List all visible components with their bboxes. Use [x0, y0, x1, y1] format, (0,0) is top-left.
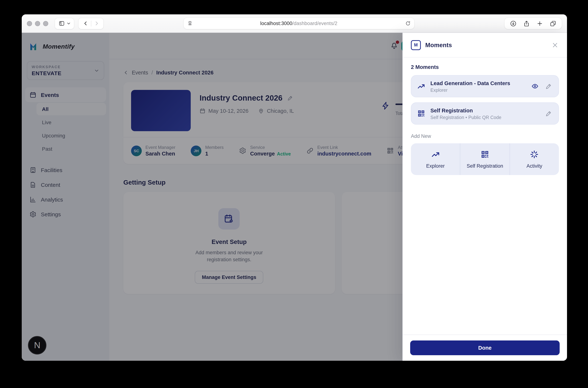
moments-logo-icon: M	[411, 40, 421, 50]
moments-panel-title: Moments	[425, 42, 452, 48]
modal-dim-overlay[interactable]	[22, 33, 403, 361]
divider	[91, 21, 91, 26]
moments-count-heading: 2 Moments	[411, 64, 559, 70]
forward-button[interactable]	[94, 21, 99, 26]
browser-toolbar: localhost:3000/dashboard/events/2	[22, 14, 567, 33]
reload-icon[interactable]	[405, 21, 410, 26]
moments-panel: M Moments 2 Moments Lead Generation - Da…	[403, 33, 567, 361]
tile-label: Self Registration	[467, 163, 503, 169]
moment-subtitle: Explorer	[430, 88, 525, 93]
browser-window: localhost:3000/dashboard/events/2	[22, 14, 567, 361]
tab-overview-button[interactable]	[546, 20, 560, 27]
page: Momentify WORKSPACE ENTEVATE	[22, 33, 567, 361]
share-button[interactable]	[520, 20, 533, 27]
tile-label: Explorer	[426, 163, 445, 169]
address-bar[interactable]: localhost:3000/dashboard/events/2	[183, 18, 414, 29]
sidebar-panel-icon	[58, 20, 65, 26]
edit-pencil-icon[interactable]	[544, 82, 553, 90]
downloads-button[interactable]	[507, 20, 520, 27]
add-activity-tile[interactable]: Activity	[509, 143, 559, 175]
url-text: localhost:3000/dashboard/events/2	[193, 21, 405, 26]
chevron-down-icon	[67, 21, 70, 25]
traffic-lights	[27, 21, 48, 26]
add-new-label: Add New	[411, 133, 559, 139]
moments-panel-footer: Done	[403, 335, 567, 361]
qr-code-icon	[480, 150, 489, 159]
add-new-tiles: Explorer Self Registration	[411, 143, 559, 175]
new-tab-button[interactable]	[533, 20, 546, 27]
add-self-registration-tile[interactable]: Self Registration	[460, 143, 510, 175]
history-nav-group	[78, 18, 103, 29]
close-icon[interactable]	[551, 41, 559, 49]
zoom-window-button[interactable]	[43, 21, 48, 26]
add-explorer-tile[interactable]: Explorer	[411, 143, 460, 175]
edit-pencil-icon[interactable]	[544, 109, 553, 118]
moment-card-lead-generation[interactable]: Lead Generation - Data Centers Explorer	[411, 75, 559, 97]
moment-card-self-registration[interactable]: Self Registration Self Registration • Pu…	[411, 102, 559, 124]
browser-sidebar-toggle[interactable]	[55, 18, 74, 29]
moment-title: Self Registration	[430, 107, 473, 113]
activity-burst-icon	[530, 150, 539, 159]
done-button[interactable]: Done	[410, 340, 560, 355]
moment-title: Lead Generation - Data Centers	[430, 80, 510, 86]
trending-up-icon	[431, 150, 440, 159]
trending-up-icon	[417, 82, 425, 90]
reader-icon[interactable]	[187, 21, 193, 26]
minimize-window-button[interactable]	[35, 21, 40, 26]
moments-panel-header: M Moments	[403, 33, 567, 57]
qr-code-icon	[417, 109, 425, 118]
close-window-button[interactable]	[27, 21, 32, 26]
tile-label: Activity	[526, 163, 542, 169]
toolbar-right-group	[504, 18, 562, 29]
view-eye-icon[interactable]	[531, 82, 539, 91]
back-button[interactable]	[83, 21, 88, 26]
screen: localhost:3000/dashboard/events/2	[0, 0, 588, 388]
moment-subtitle: Self Registration • Public QR Code	[430, 115, 539, 120]
moments-panel-body: 2 Moments Lead Generation - Data Centers…	[403, 57, 567, 335]
